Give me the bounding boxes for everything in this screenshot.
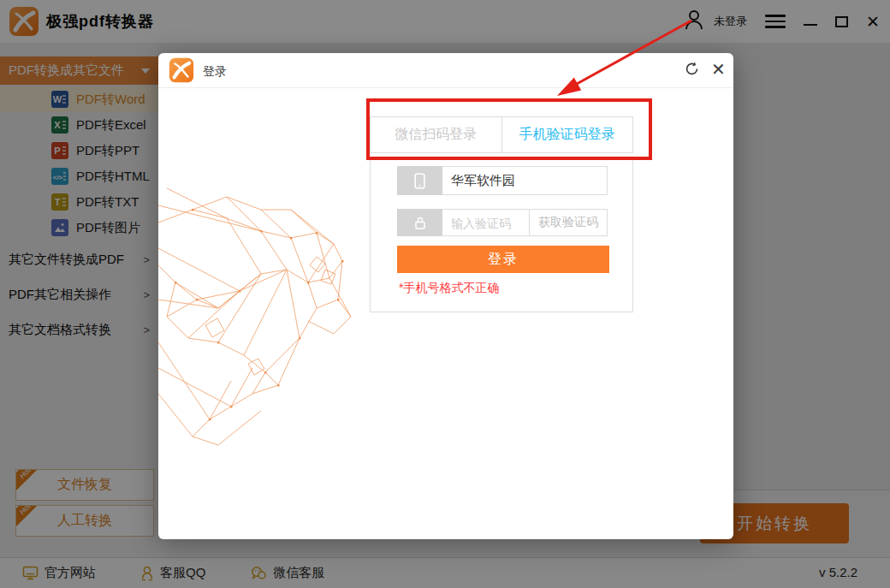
dialog-title: 登录	[203, 64, 227, 80]
dialog-header: 登录 ✕	[158, 53, 733, 88]
tab-phone-code-login[interactable]: 手机验证码登录	[501, 117, 633, 152]
app-logo-icon	[169, 57, 194, 86]
verification-code-input[interactable]	[442, 209, 529, 236]
refresh-icon[interactable]	[684, 61, 700, 80]
phone-format-error: *手机号格式不正确	[399, 281, 499, 296]
login-submit-button[interactable]: 登录	[397, 246, 609, 273]
phone-input[interactable]	[442, 166, 608, 195]
login-dialog: 登录 ✕	[158, 53, 733, 539]
screen: 极强pdf转换器 未登录 ✕ PDF转换成其它文件 W PDF转Word	[0, 0, 890, 588]
tab-wechat-scan-login[interactable]: 微信扫码登录	[371, 117, 501, 152]
login-form: 获取验证码 登录 *手机号格式不正确	[370, 158, 633, 312]
phone-field-row	[397, 166, 608, 195]
get-code-button[interactable]: 获取验证码	[529, 209, 608, 236]
login-tabs: 微信扫码登录 手机验证码登录	[370, 116, 633, 153]
dialog-close-icon[interactable]: ✕	[711, 59, 726, 80]
wireframe-art	[158, 171, 368, 466]
lock-icon	[397, 209, 442, 236]
phone-icon	[397, 166, 442, 195]
code-field-row: 获取验证码	[397, 209, 608, 236]
